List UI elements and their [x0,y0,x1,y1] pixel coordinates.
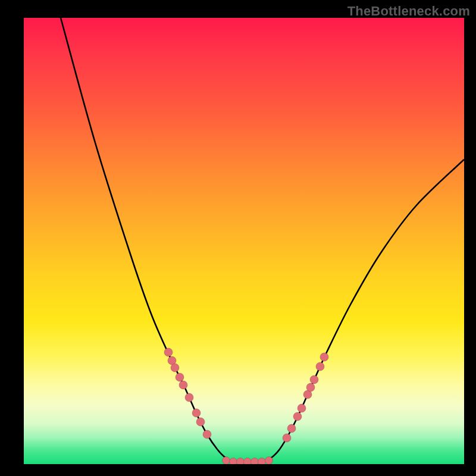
data-marker [196,418,205,426]
data-marker [306,383,315,392]
data-marker [298,404,306,412]
data-marker [179,381,187,389]
data-marker [244,458,252,465]
data-marker [192,409,201,417]
bottleneck-curve [61,18,464,462]
watermark-text: TheBottleneck.com [347,4,470,19]
data-marker [316,362,324,371]
data-marker [185,393,193,402]
data-marker [223,457,230,465]
data-marker [237,458,245,465]
data-marker [287,424,296,433]
data-marker [164,348,173,356]
plot-gradient-area [24,18,464,464]
data-marker [251,458,259,465]
data-marker [203,430,211,439]
data-marker [230,458,237,465]
curve-svg [24,18,464,464]
data-marker [258,458,266,465]
data-marker [293,412,302,421]
data-marker [265,457,273,465]
chart-container: TheBottleneck.com [0,0,476,476]
data-marker [171,364,179,372]
data-marker [320,353,328,361]
marker-cluster-right [283,353,328,442]
data-marker [310,375,318,384]
data-marker [283,434,291,442]
marker-cluster-bottom [223,457,273,465]
data-marker [176,373,184,381]
